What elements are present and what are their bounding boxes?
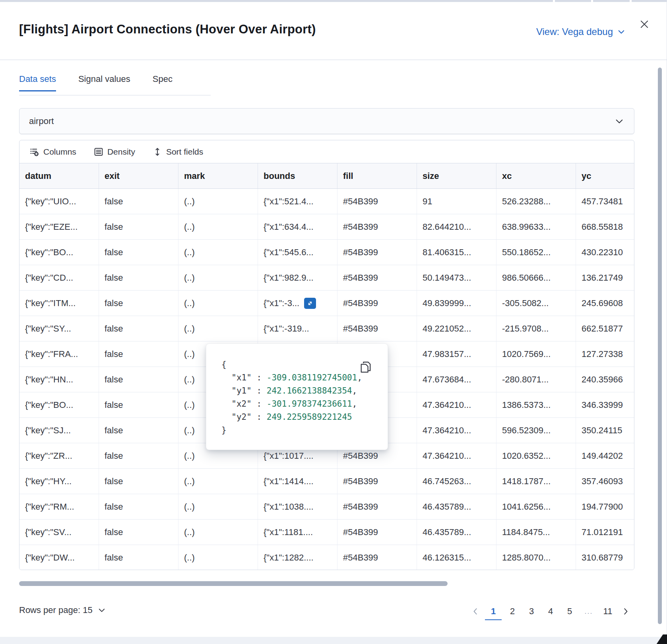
cell-xc[interactable]: 1386.5373... (496, 392, 576, 417)
cell-yc[interactable]: 245.69608 (576, 291, 634, 316)
cell-yc[interactable]: 149.44202 (576, 443, 634, 468)
column-header-mark[interactable]: mark (178, 163, 258, 188)
column-header-exit[interactable]: exit (99, 163, 178, 188)
cell-mark[interactable]: (..) (178, 520, 258, 545)
cell-bounds[interactable]: {"x1":1038.... (258, 494, 337, 519)
page-button-5[interactable]: 5 (561, 603, 578, 620)
cell-fill[interactable]: #54B399 (337, 469, 417, 494)
vertical-scrollbar[interactable] (658, 68, 662, 624)
cell-xc[interactable]: 1418.1787... (496, 469, 576, 494)
cell-mark[interactable]: (..) (178, 469, 258, 494)
cell-datum[interactable]: {"key":"UIO... (19, 189, 99, 214)
column-header-fill[interactable]: fill (337, 163, 417, 188)
cell-datum[interactable]: {"key":"RM... (19, 494, 99, 519)
cell-xc[interactable]: 1020.7569... (496, 341, 576, 367)
cell-bounds[interactable]: {"x1":1414.... (258, 469, 337, 494)
next-page-icon[interactable] (619, 603, 633, 620)
cell-exit[interactable]: false (99, 291, 178, 316)
cell-size[interactable]: 81.406315... (417, 240, 496, 265)
page-button-2[interactable]: 2 (504, 603, 521, 620)
cell-bounds[interactable]: {"x1":982.9... (258, 265, 337, 290)
cell-yc[interactable]: 127.27338 (576, 341, 634, 367)
cell-bounds[interactable]: {"x1":-3... (258, 291, 337, 316)
cell-yc[interactable]: 71.012191 (576, 520, 634, 545)
cell-xc[interactable]: 986.50666... (496, 265, 576, 290)
cell-xc[interactable]: 1020.6352... (496, 443, 576, 468)
cell-datum[interactable]: {"key":"EZE... (19, 214, 99, 239)
cell-fill[interactable]: #54B399 (337, 189, 417, 214)
cell-exit[interactable]: false (99, 443, 178, 468)
cell-exit[interactable]: false (99, 545, 178, 570)
cell-xc[interactable]: -215.9708... (496, 316, 576, 341)
cell-fill[interactable]: #54B399 (337, 240, 417, 265)
cell-size[interactable]: 50.149473... (417, 265, 496, 290)
cell-datum[interactable]: {"key":"SV... (19, 520, 99, 545)
cell-mark[interactable]: (..) (178, 545, 258, 570)
cell-bounds[interactable]: {"x1":-319... (258, 316, 337, 341)
cell-bounds[interactable]: {"x1":1282.... (258, 545, 337, 570)
cell-exit[interactable]: false (99, 392, 178, 417)
cell-size[interactable]: 46.745263... (417, 469, 496, 494)
column-header-datum[interactable]: datum (19, 163, 99, 188)
page-button-1[interactable]: 1 (485, 603, 502, 620)
cell-mark[interactable]: (..) (178, 189, 258, 214)
cell-size[interactable]: 47.364210... (417, 443, 496, 468)
cell-exit[interactable]: false (99, 520, 178, 545)
cell-fill[interactable]: #54B399 (337, 520, 417, 545)
cell-exit[interactable]: false (99, 265, 178, 290)
page-button-11[interactable]: 11 (599, 603, 616, 620)
cell-yc[interactable]: 430.22310 (576, 240, 634, 265)
page-button-4[interactable]: 4 (542, 603, 559, 620)
cell-yc[interactable]: 346.33999 (576, 392, 634, 417)
cell-datum[interactable]: {"key":"ZR... (19, 443, 99, 468)
cell-xc[interactable]: 1041.6256... (496, 494, 576, 519)
cell-yc[interactable]: 240.35966 (576, 367, 634, 392)
cell-yc[interactable]: 350.24115 (576, 418, 634, 443)
cell-size[interactable]: 47.364210... (417, 392, 496, 417)
column-header-yc[interactable]: yc (576, 163, 634, 188)
cell-xc[interactable]: 526.23288... (496, 189, 576, 214)
cell-size[interactable]: 49.839999... (417, 291, 496, 316)
cell-exit[interactable]: false (99, 189, 178, 214)
cell-exit[interactable]: false (99, 316, 178, 341)
cell-mark[interactable]: (..) (178, 265, 258, 290)
cell-datum[interactable]: {"key":"HY... (19, 469, 99, 494)
cell-size[interactable]: 47.364210... (417, 418, 496, 443)
cell-yc[interactable]: 357.46093 (576, 469, 634, 494)
cell-datum[interactable]: {"key":"FRA... (19, 341, 99, 367)
dataset-select[interactable]: airport (19, 108, 634, 134)
cell-yc[interactable]: 194.77900 (576, 494, 634, 519)
cell-fill[interactable]: #54B399 (337, 494, 417, 519)
cell-datum[interactable]: {"key":"BO... (19, 240, 99, 265)
cell-size[interactable]: 46.435789... (417, 520, 496, 545)
cell-exit[interactable]: false (99, 418, 178, 443)
cell-yc[interactable]: 310.68779 (576, 545, 634, 570)
cell-fill[interactable]: #54B399 (337, 214, 417, 239)
cell-exit[interactable]: false (99, 367, 178, 392)
cell-size[interactable]: 47.673684... (417, 367, 496, 392)
cell-exit[interactable]: false (99, 341, 178, 367)
cell-exit[interactable]: false (99, 214, 178, 239)
page-button-3[interactable]: 3 (523, 603, 540, 620)
cell-mark[interactable]: (..) (178, 316, 258, 341)
horizontal-scrollbar[interactable] (19, 581, 448, 586)
cell-mark[interactable]: (..) (178, 240, 258, 265)
cell-fill[interactable]: #54B399 (337, 545, 417, 570)
cell-fill[interactable]: #54B399 (337, 291, 417, 316)
cell-xc[interactable]: -280.8071... (496, 367, 576, 392)
tab-signal-values[interactable]: Signal values (78, 74, 130, 91)
cell-mark[interactable]: (..) (178, 494, 258, 519)
view-selector[interactable]: View: Vega debug (536, 26, 626, 37)
cell-bounds[interactable]: {"x1":545.6... (258, 240, 337, 265)
cell-size[interactable]: 91 (417, 189, 496, 214)
previous-page-icon[interactable] (468, 603, 483, 620)
density-button[interactable]: Density (94, 147, 135, 157)
column-header-xc[interactable]: xc (496, 163, 576, 188)
cell-xc[interactable]: 596.52309... (496, 418, 576, 443)
cell-yc[interactable]: 457.73481 (576, 189, 634, 214)
cell-xc[interactable]: 638.99633... (496, 214, 576, 239)
cell-yc[interactable]: 668.55818 (576, 214, 634, 239)
cell-fill[interactable]: #54B399 (337, 265, 417, 290)
cell-datum[interactable]: {"key":"DW... (19, 545, 99, 570)
cell-xc[interactable]: 1285.8070... (496, 545, 576, 570)
